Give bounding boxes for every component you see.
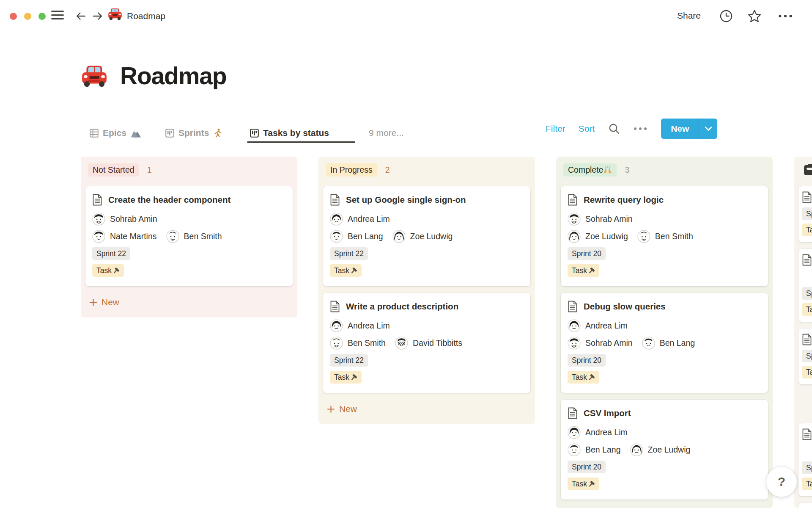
hammer-icon xyxy=(350,374,357,381)
assignee: Sohrab Amin xyxy=(92,213,157,226)
task-card[interactable]: SprintTask xyxy=(798,329,812,384)
assignee: Zoe Ludwig xyxy=(568,230,628,243)
tag-line: Sprint xyxy=(802,350,812,362)
task-card[interactable]: SprintTask xyxy=(798,503,812,508)
tag-sprint: Sprint xyxy=(802,287,812,300)
task-card[interactable]: Rewrite query logicSohrab AminZoe Ludwig… xyxy=(561,186,768,286)
assignee: Zoe Ludwig xyxy=(392,230,453,243)
tag-line: Sprint 20 xyxy=(568,247,761,260)
tag-line: Task xyxy=(568,478,761,490)
avatar-female-long-hair xyxy=(392,230,406,243)
assignee-name: Andrea Lim xyxy=(585,428,628,437)
column-count: 1 xyxy=(147,165,152,175)
assignee-name: Sohrab Amin xyxy=(585,338,633,348)
tag-line: Sprint xyxy=(802,287,812,300)
avatar-male-curly-beard xyxy=(568,213,581,226)
card-box-icon xyxy=(804,163,812,176)
tag-line: Sprint 20 xyxy=(568,354,761,367)
avatar-male-curly-beard xyxy=(568,337,581,350)
status-badge[interactable]: Complete xyxy=(563,163,617,177)
task-card[interactable]: Write a product descriptionAndrea LimBen… xyxy=(323,293,530,393)
assignee-name: Zoe Ludwig xyxy=(410,232,453,241)
help-button[interactable]: ? xyxy=(766,467,797,497)
column-header: In Progress2 xyxy=(326,163,528,176)
avatar-male-short-hair xyxy=(330,230,343,243)
tag-line: Task xyxy=(802,224,812,236)
card-title: Set up Google single sign-on xyxy=(346,195,466,205)
tag-line: Task xyxy=(802,478,812,490)
assignee: David Tibbitts xyxy=(395,337,462,350)
task-card[interactable]: SprintTask xyxy=(798,186,812,242)
assignee: Andrea Lim xyxy=(330,319,390,332)
task-card[interactable]: CSV ImportAndrea LimBen LangZoe LudwigSp… xyxy=(561,400,768,500)
column-count: 3 xyxy=(625,165,629,175)
assignee-name: Zoe Ludwig xyxy=(648,445,691,455)
assignee-row: Ben SmithDavid Tibbitts xyxy=(330,337,524,350)
assignee-name: Andrea Lim xyxy=(348,214,390,224)
card-title-row: Set up Google single sign-on xyxy=(330,194,524,206)
task-card[interactable]: SprintTask xyxy=(798,423,812,496)
doc-icon xyxy=(802,254,812,266)
status-label: In Progress xyxy=(330,165,373,175)
doc-icon xyxy=(330,301,340,312)
tag-line: Sprint 20 xyxy=(568,461,761,473)
assignee-name: Andrea Lim xyxy=(585,321,628,331)
assignee: Andrea Lim xyxy=(568,319,628,332)
task-card[interactable]: Debug slow queriesAndrea LimSohrab AminB… xyxy=(561,293,768,393)
tag-task: Task xyxy=(330,264,362,277)
tag-line: Task xyxy=(330,371,524,384)
doc-icon xyxy=(330,194,340,206)
status-badge[interactable]: Not Started xyxy=(88,163,139,177)
board: Not Started1Create the header componentS… xyxy=(0,0,812,508)
task-card[interactable]: Set up Google single sign-onAndrea LimBe… xyxy=(323,186,530,286)
card-title-row: Rewrite query logic xyxy=(568,194,761,206)
assignee-name: Sohrab Amin xyxy=(585,214,633,224)
assignee: Zoe Ludwig xyxy=(630,443,691,456)
tag-line: Task xyxy=(330,264,524,277)
card-title: Create the header component xyxy=(108,195,230,205)
tag-sprint-22: Sprint 22 xyxy=(330,354,368,367)
avatar-male-short-hair xyxy=(568,443,581,456)
tag-line: Sprint 22 xyxy=(330,247,524,260)
board-column-in-progress: In Progress2Set up Google single sign-on… xyxy=(318,157,535,424)
tag-task: Task xyxy=(330,371,362,384)
hammer-icon xyxy=(350,267,357,274)
assignee: Ben Smith xyxy=(637,230,693,243)
column-count: 2 xyxy=(385,165,390,175)
tag-sprint: Sprint xyxy=(802,350,812,362)
assignee-name: Andrea Lim xyxy=(348,321,390,331)
add-card-button[interactable]: New xyxy=(85,293,293,312)
status-badge[interactable]: In Progress xyxy=(326,163,377,177)
avatar-male-curly-beard xyxy=(92,213,105,226)
assignee: Ben Smith xyxy=(330,337,386,350)
doc-icon xyxy=(568,194,578,206)
tag-task: Task xyxy=(568,371,599,384)
tag-task: Task xyxy=(92,264,124,277)
assignee-row: Zoe LudwigBen Smith xyxy=(568,230,761,243)
assignee-row: Sohrab AminBen Lang xyxy=(568,337,761,350)
assignee: Ben Lang xyxy=(642,337,695,350)
doc-icon xyxy=(802,428,812,440)
add-card-button[interactable]: New xyxy=(323,400,530,418)
assignee: Andrea Lim xyxy=(568,426,628,439)
tag-line: Sprint 22 xyxy=(330,354,524,367)
tag-sprint-22: Sprint 22 xyxy=(92,247,130,260)
tag-line: Sprint xyxy=(802,461,812,474)
assignee-row: Sohrab Amin xyxy=(568,213,761,226)
tag-task: Task xyxy=(568,264,599,277)
task-card[interactable]: Create the header componentSohrab AminNa… xyxy=(85,186,293,286)
card-title-row xyxy=(802,428,812,440)
assignee-name: Ben Lang xyxy=(585,445,621,455)
task-card[interactable]: SprintTask xyxy=(798,249,812,322)
assignee-row: Ben LangZoe Ludwig xyxy=(330,230,524,243)
hammer-icon xyxy=(588,267,595,274)
status-label: Complete xyxy=(568,165,603,175)
tag-line: Sprint 22 xyxy=(92,247,286,260)
assignee: Nate Martins xyxy=(92,230,157,243)
assignee-row: Andrea Lim xyxy=(330,213,524,226)
avatar-male-short-hair xyxy=(642,337,655,350)
avatar-female-bob xyxy=(330,213,343,226)
assignee: Ben Lang xyxy=(330,230,383,243)
card-title: Rewrite query logic xyxy=(584,195,664,205)
doc-icon xyxy=(568,301,578,312)
